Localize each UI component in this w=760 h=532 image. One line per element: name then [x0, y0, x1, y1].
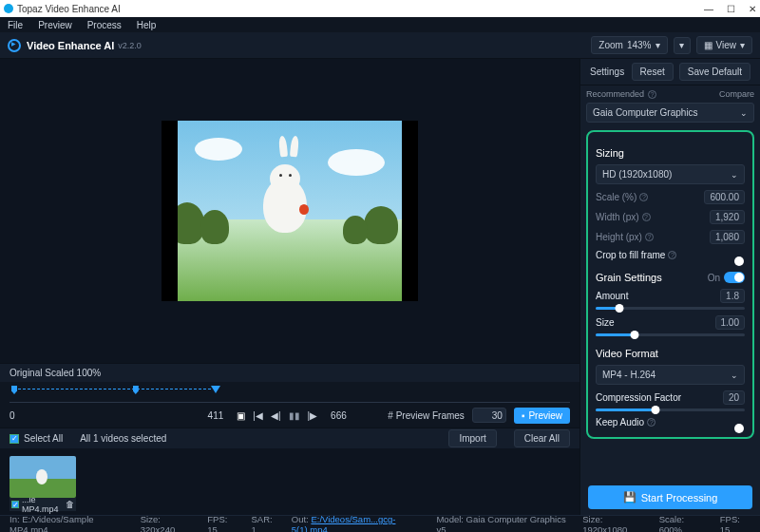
menu-file[interactable]: File [8, 20, 23, 30]
width-label: Width (px) [596, 212, 639, 222]
help-icon[interactable]: ? [642, 213, 651, 221]
step-back-icon[interactable]: ◀| [271, 410, 281, 421]
sar: 1 [252, 524, 256, 533]
out-size: 1920x1080 [582, 524, 627, 533]
zoom-dropdown[interactable]: ▾ [674, 37, 691, 54]
timeline-end: 666 [331, 410, 347, 421]
select-all-checkbox[interactable]: ✓ [10, 434, 19, 444]
camera-icon[interactable]: ▣ [237, 410, 245, 421]
out-marker[interactable] [133, 386, 139, 394]
close-icon[interactable]: ✕ [749, 4, 756, 14]
in-marker[interactable] [11, 386, 17, 394]
minimize-icon[interactable]: — [704, 4, 713, 14]
help-icon[interactable]: ? [668, 251, 676, 259]
save-default-button[interactable]: Save Default [679, 63, 750, 81]
sizing-preset-select[interactable]: HD (1920x1080) ⌄ [596, 164, 745, 184]
scale-value[interactable]: 600.00 [704, 190, 745, 204]
sizing-title: Sizing [596, 147, 745, 159]
preview-button[interactable]: ▪ Preview [514, 408, 570, 424]
keep-audio-label: Keep Audio [596, 417, 644, 428]
amount-label: Amount [596, 291, 628, 301]
view-control[interactable]: ▦ View ▾ [696, 36, 753, 54]
grain-toggle[interactable] [724, 272, 745, 283]
zoom-value: 143% [627, 40, 652, 50]
app-logo-icon [8, 39, 21, 52]
clear-all-button[interactable]: Clear All [514, 429, 570, 447]
titlebar: Topaz Video Enhance AI — ☐ ✕ [0, 0, 760, 17]
height-label: Height (px) [596, 232, 642, 242]
pause-icon[interactable]: ▮▮ [289, 410, 300, 421]
recommended-label: Recommended [586, 89, 644, 99]
grain-state: On [708, 273, 720, 283]
chevron-down-icon: ▾ [740, 40, 745, 50]
menubar: File Preview Process Help [0, 17, 760, 32]
scale-bar: Original Scaled 100% [0, 363, 580, 382]
model-select[interactable]: Gaia Computer Graphics ⌄ [586, 103, 754, 123]
camera-icon: ▪ [522, 410, 525, 421]
preview-image [178, 121, 402, 301]
frames-input[interactable] [472, 408, 506, 423]
grid-icon: ▦ [704, 40, 712, 50]
import-button[interactable]: Import [448, 429, 496, 447]
crop-label: Crop to fill frame [596, 250, 665, 260]
amount-value[interactable]: 1.8 [720, 289, 745, 303]
format-title: Video Format [596, 348, 745, 359]
window-title: Topaz Video Enhance AI [17, 4, 121, 14]
timeline-current: 411 [208, 410, 224, 421]
scale: 600% [659, 524, 682, 533]
in-fps: 15 [207, 524, 218, 533]
compression-slider[interactable] [596, 408, 745, 411]
timeline-track[interactable] [10, 386, 570, 403]
reset-button[interactable]: Reset [632, 63, 674, 81]
trash-icon[interactable]: 🗑 [66, 500, 74, 509]
size-label: Size [596, 317, 614, 328]
grain-title: Grain Settings [596, 272, 662, 283]
settings-header: Settings Reset Save Default [580, 59, 760, 86]
save-icon: 💾 [623, 491, 636, 504]
compare-label[interactable]: Compare [719, 89, 754, 99]
scale-label: Original Scaled 100% [10, 368, 101, 378]
help-icon[interactable]: ? [648, 90, 656, 99]
maximize-icon[interactable]: ☐ [727, 4, 735, 14]
file-bar: ✓ Select All All 1 videos selected Impor… [0, 428, 580, 448]
skip-start-icon[interactable]: |◀ [253, 410, 263, 421]
menu-help[interactable]: Help [137, 20, 157, 30]
thumb-filename: ...le MP4.mp4 [22, 495, 63, 514]
scale-label: Scale (%) [596, 192, 636, 202]
frames-label: # Preview Frames [388, 410, 465, 421]
help-icon[interactable]: ? [645, 233, 654, 241]
highlighted-settings-box: Sizing HD (1920x1080) ⌄ Scale (%)?600.00… [586, 130, 754, 439]
help-icon[interactable]: ? [647, 418, 656, 427]
thumbnail-strip: ✓ ...le MP4.mp4 🗑 [0, 448, 580, 515]
width-value[interactable]: 1,920 [710, 210, 745, 224]
height-value[interactable]: 1,080 [710, 230, 745, 244]
playhead-icon[interactable] [211, 386, 220, 393]
app-logo-icon [4, 4, 13, 13]
timeline: 0 411 ▣ |◀ ◀| ▮▮ |▶ 666 # Preview Frames… [0, 382, 580, 428]
header-toolbar: Video Enhance AI v2.2.0 Zoom 143% ▾ ▾ ▦ … [0, 32, 760, 59]
start-processing-button[interactable]: 💾 Start Processing [588, 485, 752, 509]
compression-value[interactable]: 20 [723, 390, 745, 405]
view-label: View [716, 40, 737, 50]
format-select[interactable]: MP4 - H.264 ⌄ [596, 365, 745, 385]
out-fps: 15 [720, 524, 731, 533]
selection-count: All 1 videos selected [80, 433, 166, 444]
thumbnail-item[interactable]: ✓ ...le MP4.mp4 🗑 [10, 456, 76, 507]
help-icon[interactable]: ? [639, 193, 648, 201]
chevron-down-icon: ⌄ [740, 108, 748, 118]
amount-slider[interactable] [596, 307, 745, 310]
step-fwd-icon[interactable]: |▶ [308, 410, 318, 421]
zoom-control[interactable]: Zoom 143% ▾ [591, 36, 667, 54]
select-all-label: Select All [24, 433, 63, 444]
menu-process[interactable]: Process [87, 20, 122, 30]
in-path: E:/Videos/Sample MP4.mp4 [10, 514, 94, 533]
size-value[interactable]: 1.00 [715, 315, 745, 330]
zoom-label: Zoom [598, 40, 623, 50]
size-slider[interactable] [596, 333, 745, 336]
thumb-checkbox[interactable]: ✓ [11, 501, 19, 508]
compression-label: Compression Factor [596, 392, 681, 403]
timeline-start: 0 [10, 410, 200, 421]
in-size: 320x240 [141, 524, 175, 533]
thumbnail-image [10, 456, 76, 498]
menu-preview[interactable]: Preview [38, 20, 72, 30]
